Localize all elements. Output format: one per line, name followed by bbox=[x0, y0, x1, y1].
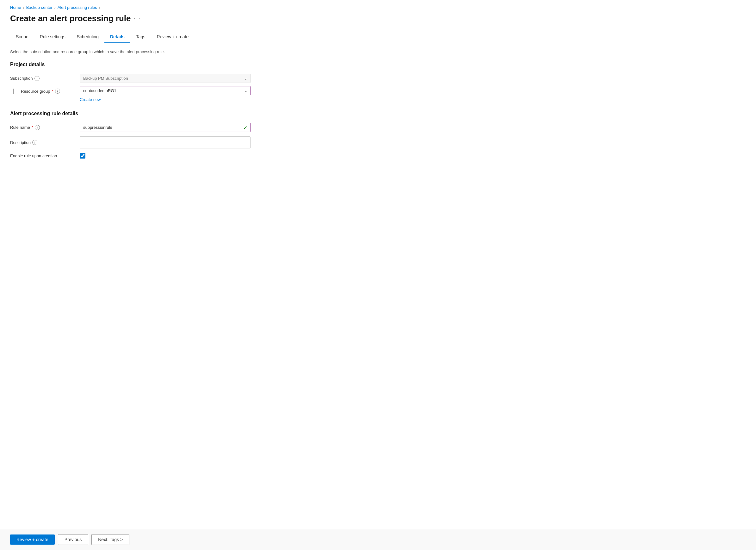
resource-group-required: * bbox=[52, 89, 53, 94]
enable-rule-checkbox[interactable] bbox=[80, 153, 85, 158]
tab-scheduling[interactable]: Scheduling bbox=[71, 31, 104, 43]
resource-group-info-icon[interactable]: i bbox=[55, 89, 60, 94]
next-tags-button[interactable]: Next: Tags > bbox=[91, 534, 129, 545]
create-new-resource-group-link[interactable]: Create new bbox=[80, 97, 251, 102]
breadcrumb-alert-processing-rules[interactable]: Alert processing rules bbox=[58, 5, 97, 10]
rule-name-required: * bbox=[32, 125, 33, 130]
page-title-row: Create an alert processing rule ··· bbox=[10, 14, 746, 23]
enable-rule-checkbox-wrapper bbox=[80, 153, 251, 158]
project-details-section: Project details Subscription i Backup PM… bbox=[10, 62, 746, 102]
resource-group-select[interactable]: contosodemoRG1 bbox=[80, 86, 251, 95]
tab-review-create[interactable]: Review + create bbox=[151, 31, 194, 43]
subscription-select-wrapper: Backup PM Subscription ⌄ bbox=[80, 74, 251, 83]
footer: Review + create Previous Next: Tags > bbox=[0, 529, 756, 550]
subscription-select: Backup PM Subscription bbox=[80, 74, 251, 83]
rule-details-title: Alert processing rule details bbox=[10, 111, 746, 116]
breadcrumb: Home › Backup center › Alert processing … bbox=[10, 5, 746, 10]
more-options-icon[interactable]: ··· bbox=[134, 15, 140, 22]
resource-group-select-wrapper: contosodemoRG1 ⌄ bbox=[80, 86, 251, 95]
page-description: Select the subscription and resource gro… bbox=[10, 49, 746, 54]
rule-name-input-wrapper: ✓ bbox=[80, 123, 251, 132]
tab-tags[interactable]: Tags bbox=[130, 31, 151, 43]
description-label: Description i bbox=[10, 140, 80, 145]
tabs-bar: Scope Rule settings Scheduling Details T… bbox=[10, 31, 746, 43]
enable-rule-label: Enable rule upon creation bbox=[10, 153, 80, 158]
rule-name-label: Rule name * i bbox=[10, 125, 80, 130]
review-create-button[interactable]: Review + create bbox=[10, 535, 55, 545]
rule-details-section: Alert processing rule details Rule name … bbox=[10, 111, 746, 158]
page-title: Create an alert processing rule bbox=[10, 14, 131, 23]
rule-name-info-icon[interactable]: i bbox=[35, 125, 40, 130]
tab-scope[interactable]: Scope bbox=[10, 31, 34, 43]
description-input-wrapper bbox=[80, 136, 251, 148]
rule-name-check-icon: ✓ bbox=[243, 124, 247, 130]
resource-group-indent bbox=[13, 89, 19, 94]
resource-group-label: Resource group * i bbox=[21, 89, 60, 94]
description-input[interactable] bbox=[80, 136, 251, 148]
previous-button[interactable]: Previous bbox=[58, 534, 88, 545]
project-details-title: Project details bbox=[10, 62, 746, 67]
description-info-icon[interactable]: i bbox=[32, 140, 37, 145]
breadcrumb-sep-2: › bbox=[54, 5, 56, 10]
tab-rule-settings[interactable]: Rule settings bbox=[34, 31, 71, 43]
rule-name-input[interactable] bbox=[80, 123, 251, 132]
breadcrumb-backup-center[interactable]: Backup center bbox=[26, 5, 53, 10]
breadcrumb-sep-3: › bbox=[99, 5, 100, 10]
breadcrumb-home[interactable]: Home bbox=[10, 5, 21, 10]
subscription-info-icon[interactable]: i bbox=[34, 76, 40, 81]
subscription-label: Subscription i bbox=[10, 76, 80, 81]
tab-details[interactable]: Details bbox=[104, 31, 130, 43]
breadcrumb-sep-1: › bbox=[23, 5, 24, 10]
